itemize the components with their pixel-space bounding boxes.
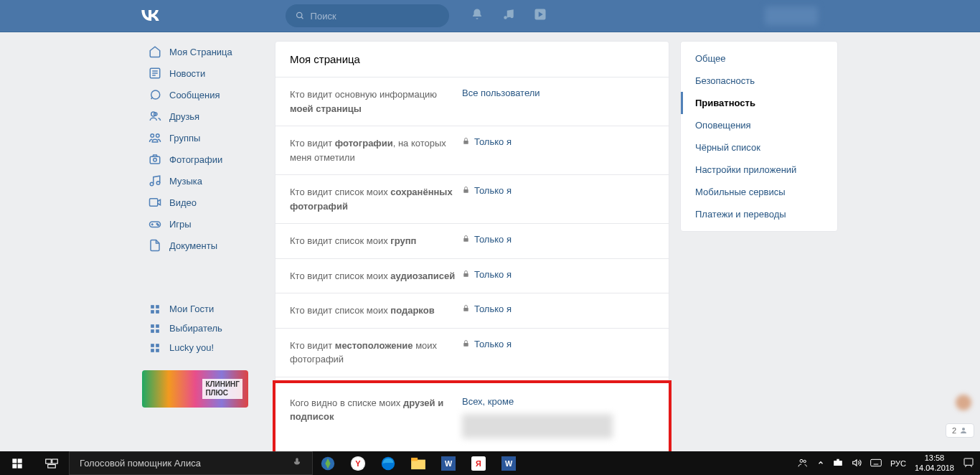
privacy-row: Кто видит основную информацию моей стран… xyxy=(275,77,669,126)
sidebar-item-photos[interactable]: Фотографии xyxy=(142,149,264,170)
svg-rect-40 xyxy=(18,458,22,463)
edge-icon[interactable] xyxy=(373,451,403,475)
settings-nav-item[interactable]: Настройки приложений xyxy=(681,159,837,181)
sidebar-label: Игры xyxy=(169,219,192,230)
privacy-setting-label: Кто видит фотографии, на которых меня от… xyxy=(290,136,462,164)
svg-rect-30 xyxy=(151,349,154,352)
notifications-icon[interactable] xyxy=(471,8,484,24)
privacy-row: Кто видит список моих аудиозаписей Тольк… xyxy=(275,259,669,294)
keyboard-icon[interactable] xyxy=(870,458,882,469)
word-doc-icon[interactable]: W xyxy=(494,451,524,475)
sidebar-item-news[interactable]: Новости xyxy=(142,62,264,84)
svg-text:Я: Я xyxy=(476,459,481,468)
sidebar-item-profile[interactable]: Моя Страница xyxy=(142,41,264,62)
svg-point-0 xyxy=(297,12,302,17)
vk-logo[interactable] xyxy=(140,8,160,24)
search-box[interactable] xyxy=(286,4,449,27)
privacy-setting-value[interactable]: Только я xyxy=(462,339,512,349)
taskbar-apps: Y W Я W xyxy=(313,451,524,475)
tray-chevron-icon[interactable] xyxy=(817,459,824,468)
music-icon[interactable] xyxy=(502,8,515,24)
settings-nav-item[interactable]: Приватность xyxy=(681,92,837,114)
svg-point-19 xyxy=(158,225,159,226)
privacy-setting-value[interactable]: Только я xyxy=(462,234,512,245)
sidebar-item-friends[interactable]: Друзья xyxy=(142,105,264,127)
settings-nav-item[interactable]: Общее xyxy=(681,47,837,70)
svg-line-1 xyxy=(301,17,303,19)
sidebar-item-music[interactable]: Музыка xyxy=(142,170,264,192)
redacted-names xyxy=(462,414,613,438)
people-icon[interactable] xyxy=(797,457,809,470)
sidebar-label: Мои Гости xyxy=(169,304,214,314)
privacy-setting-value[interactable]: Всех, кроме xyxy=(462,396,613,438)
sidebar-label: Документы xyxy=(169,240,217,251)
home-icon xyxy=(148,45,162,58)
svg-rect-33 xyxy=(463,189,468,193)
file-explorer-icon[interactable] xyxy=(403,451,433,475)
sidebar-label: Фотографии xyxy=(169,154,222,165)
svg-rect-28 xyxy=(151,344,154,347)
yandex-icon[interactable]: Я xyxy=(463,451,494,475)
lock-icon xyxy=(462,185,470,196)
floating-avatar[interactable] xyxy=(956,395,971,410)
settings-nav-item[interactable]: Безопасность xyxy=(681,70,837,92)
search-input[interactable] xyxy=(311,11,439,22)
sidebar-label: Друзья xyxy=(169,111,199,122)
settings-nav-item[interactable]: Мобильные сервисы xyxy=(681,181,837,203)
svg-text:Y: Y xyxy=(355,458,361,467)
svg-rect-52 xyxy=(411,459,425,469)
user-avatar-blur xyxy=(765,6,818,25)
privacy-setting-label: Кто видит список моих групп xyxy=(290,234,462,248)
volume-icon[interactable] xyxy=(852,458,862,469)
settings-nav-item[interactable]: Чёрный список xyxy=(681,136,837,159)
sidebar-item-docs[interactable]: Документы xyxy=(142,235,264,256)
privacy-row: Кто видит местоположение моих фотографий… xyxy=(275,329,669,377)
online-counter[interactable]: 2 xyxy=(946,423,974,438)
app-icon[interactable] xyxy=(313,451,343,475)
settings-nav-item[interactable]: Оповещения xyxy=(681,114,837,136)
svg-rect-45 xyxy=(48,464,56,468)
sidebar-label: Музыка xyxy=(169,176,202,187)
privacy-setting-value[interactable]: Только я xyxy=(462,136,512,147)
sidebar-item-picker[interactable]: Выбиратель xyxy=(142,319,264,338)
document-icon xyxy=(148,239,162,252)
clock[interactable]: 13:5814.04.2018 xyxy=(915,453,954,472)
svg-rect-34 xyxy=(463,238,468,242)
play-icon[interactable] xyxy=(534,8,547,24)
privacy-setting-value[interactable]: Только я xyxy=(462,304,512,314)
sidebar-item-lucky[interactable]: Lucky you! xyxy=(142,338,264,357)
privacy-setting-value[interactable]: Только я xyxy=(462,185,512,196)
yandex-browser-icon[interactable]: Y xyxy=(343,451,373,475)
start-button[interactable] xyxy=(0,451,34,475)
action-center-icon[interactable] xyxy=(963,457,974,470)
network-icon[interactable] xyxy=(833,458,843,469)
sidebar-extra: Мои Гости Выбиратель Lucky you! xyxy=(142,299,264,357)
privacy-row: Кто видит фотографии, на которых меня от… xyxy=(275,126,669,175)
task-view-button[interactable] xyxy=(34,451,69,475)
privacy-row: Кто видит список моих сохранённых фотогр… xyxy=(275,175,669,224)
language-indicator[interactable]: РУС xyxy=(890,459,906,468)
sidebar-item-video[interactable]: Видео xyxy=(142,192,264,213)
settings-nav-item[interactable]: Платежи и переводы xyxy=(681,203,837,225)
sidebar-ad[interactable]: КЛИНИНГ ПЛЮС xyxy=(142,370,248,408)
sidebar-item-guests[interactable]: Мои Гости xyxy=(142,299,264,319)
svg-rect-27 xyxy=(156,329,159,333)
sidebar-item-messages[interactable]: Сообщения xyxy=(142,84,264,105)
word-icon[interactable]: W xyxy=(433,451,463,475)
lock-icon xyxy=(462,339,470,349)
svg-point-38 xyxy=(962,428,965,431)
privacy-setting-value[interactable]: Все пользователи xyxy=(462,88,540,98)
sidebar-label: Выбиратель xyxy=(169,323,222,334)
groups-icon xyxy=(148,131,162,144)
user-menu[interactable] xyxy=(765,6,818,25)
privacy-setting-value[interactable]: Только я xyxy=(462,269,512,280)
sidebar-label: Группы xyxy=(169,133,200,144)
sidebar-item-groups[interactable]: Группы xyxy=(142,127,264,149)
sidebar-item-games[interactable]: Игры xyxy=(142,213,264,235)
privacy-setting-label: Кто видит список моих сохранённых фотогр… xyxy=(290,185,462,213)
svg-rect-53 xyxy=(411,457,418,461)
alice-assistant[interactable]: Голосовой помощник Алиса xyxy=(69,451,313,475)
mic-icon[interactable] xyxy=(292,456,302,471)
privacy-row: Кого видно в списке моих друзей и подпис… xyxy=(273,380,672,460)
privacy-settings-panel: Моя страница Кто видит основную информац… xyxy=(275,41,669,458)
